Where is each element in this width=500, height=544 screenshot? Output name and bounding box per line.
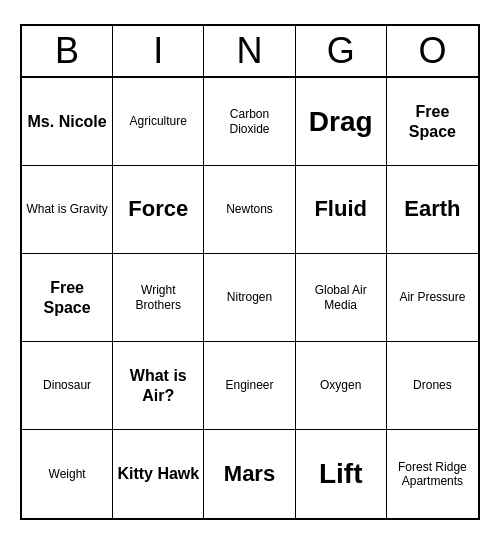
bingo-cell: Engineer [204, 342, 295, 430]
header-letter: G [296, 26, 387, 76]
bingo-cell: Fluid [296, 166, 387, 254]
bingo-cell: Carbon Dioxide [204, 78, 295, 166]
bingo-cell: Drones [387, 342, 478, 430]
bingo-cell: Force [113, 166, 204, 254]
bingo-cell: Ms. Nicole [22, 78, 113, 166]
bingo-cell: Forest Ridge Apartments [387, 430, 478, 518]
bingo-cell: Agriculture [113, 78, 204, 166]
bingo-cell: Weight [22, 430, 113, 518]
bingo-cell: Global Air Media [296, 254, 387, 342]
bingo-header: BINGO [22, 26, 478, 78]
bingo-grid: Ms. NicoleAgricultureCarbon DioxideDragF… [22, 78, 478, 518]
header-letter: N [204, 26, 295, 76]
bingo-cell: Mars [204, 430, 295, 518]
bingo-cell: Nitrogen [204, 254, 295, 342]
bingo-cell: Newtons [204, 166, 295, 254]
header-letter: B [22, 26, 113, 76]
bingo-cell: Dinosaur [22, 342, 113, 430]
bingo-cell: Free Space [387, 78, 478, 166]
bingo-cell: Kitty Hawk [113, 430, 204, 518]
header-letter: O [387, 26, 478, 76]
bingo-cell: Oxygen [296, 342, 387, 430]
bingo-cell: Earth [387, 166, 478, 254]
header-letter: I [113, 26, 204, 76]
bingo-cell: Drag [296, 78, 387, 166]
bingo-cell: What is Gravity [22, 166, 113, 254]
bingo-cell: Free Space [22, 254, 113, 342]
bingo-cell: Air Pressure [387, 254, 478, 342]
bingo-card: BINGO Ms. NicoleAgricultureCarbon Dioxid… [20, 24, 480, 520]
bingo-cell: What is Air? [113, 342, 204, 430]
bingo-cell: Wright Brothers [113, 254, 204, 342]
bingo-cell: Lift [296, 430, 387, 518]
